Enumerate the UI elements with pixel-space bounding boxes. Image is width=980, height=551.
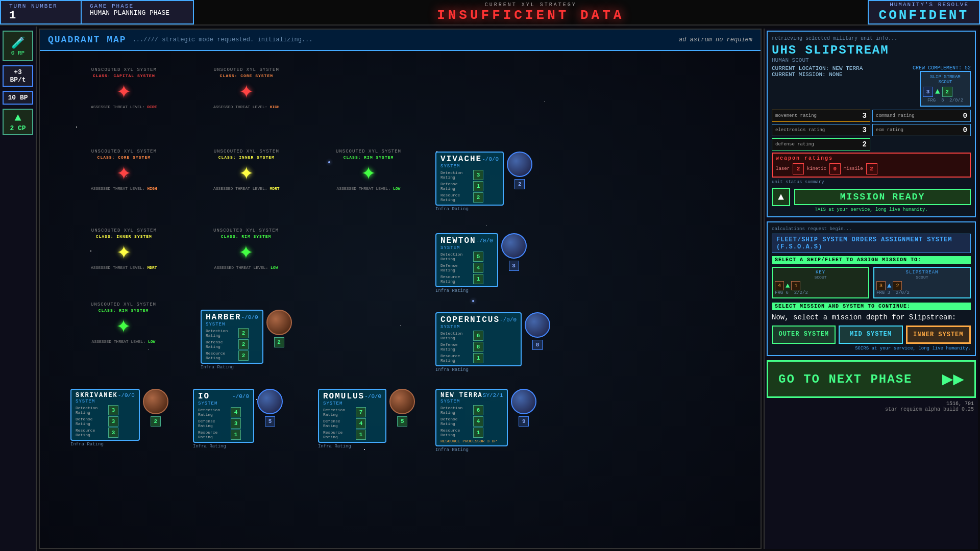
romulus-detection: 7 xyxy=(356,407,366,417)
system-node-4[interactable]: UNSCOUTED XYL SYSTEMCLASS: INNER SYSTEM … xyxy=(213,149,280,191)
newton-detection: 5 xyxy=(473,252,483,262)
location-key: CURRENT LOCATION: xyxy=(772,65,829,71)
skrivanek-name: SKRIVANEK xyxy=(76,392,118,399)
vivache-detection: 3 xyxy=(473,170,483,180)
triangle-icon: ▲ xyxy=(6,112,30,124)
sys-icon-1: ✦ xyxy=(116,79,131,104)
skrivanek-resource: 3 xyxy=(108,428,118,438)
newton-resource: 1 xyxy=(473,274,483,284)
key-frg: FRG 6 2/2/2 xyxy=(775,290,866,295)
next-phase-panel[interactable]: GO TO NEXT PHASE ▶▶ xyxy=(767,360,976,398)
select-ship-label: SELECT A SHIP/FLEET TO ASSIGN MISSION TO… xyxy=(772,256,971,264)
system-io[interactable]: IO -/0/0 SYSTEM Detection Rating 4 Defen… xyxy=(193,389,283,449)
system-romulus[interactable]: ROMULUS -/0/0 SYSTEM Detection Rating 7 … xyxy=(318,389,415,449)
system-node-1[interactable]: UNSCOUTED XYL SYSTEMCLASS: CAPITAL SYSTE… xyxy=(91,67,157,109)
newterra-name: NEW TERRA xyxy=(440,392,483,399)
harber-defense: 2 xyxy=(238,339,249,349)
system-skrivanek[interactable]: SKRIVANEK -/0/0 SYSTEM Detection Rating … xyxy=(70,389,168,447)
skrivanek-type: SYSTEM xyxy=(76,399,135,404)
vivache-name: VIVACHE xyxy=(440,155,482,164)
skrivanek-score: -/0/0 xyxy=(118,392,135,398)
command-label: command rating xyxy=(876,113,915,118)
mission-prompt: Now, select a mission depth for Slipstre… xyxy=(772,313,971,321)
newterra-box: NEW TERRA SY/2/1 SYSTEM Detection Rating… xyxy=(435,389,508,446)
map-subtitle: ...//// strategic mode requested. initia… xyxy=(133,36,313,43)
system-node-5[interactable]: UNSCOUTED XYL SYSTEMCLASS: RIM SYSTEM ✦ … xyxy=(336,149,401,191)
resolve-value: CONFIDENT xyxy=(879,8,969,23)
turn-value: 1 xyxy=(9,9,72,22)
ship-card-key[interactable]: KEY SCOUT 4 ▲ 1 FRG 6 2/2/2 xyxy=(772,267,869,298)
key-tri: ▲ xyxy=(786,282,790,290)
rp-panel[interactable]: 🧪 0 RP xyxy=(3,31,33,61)
newton-infra: 3 xyxy=(509,261,519,271)
harber-detection: 2 xyxy=(238,328,249,338)
io-detection: 4 xyxy=(231,407,241,417)
portrait-stats: 3 ▲ 2 xyxy=(923,87,968,97)
threat-1: ASSESSED THREAT LEVEL: DIRE xyxy=(91,105,157,109)
next-arrow-icon: ▶▶ xyxy=(942,368,964,390)
map-tagline: ad astrum no requiem xyxy=(679,36,752,43)
unit-location-row: CURRENT LOCATION: NEW TERRA CURRENT MISS… xyxy=(772,65,971,107)
cp-panel[interactable]: ▲ 2 CP xyxy=(3,109,33,135)
mid-system-btn[interactable]: MID SYSTEM xyxy=(839,325,902,344)
system-node-6[interactable]: UNSCOUTED XYL SYSTEMCLASS: INNER SYSTEM … xyxy=(91,228,157,270)
system-newton[interactable]: NEWTON -/0/0 SYSTEM Detection Rating 5 D… xyxy=(435,233,527,293)
key-icons: 4 ▲ 1 xyxy=(775,281,866,290)
io-infra: 5 xyxy=(265,416,275,427)
retrieving-label: retrieving selected military unit info..… xyxy=(772,36,971,41)
newterra-score: SY/2/1 xyxy=(483,392,503,398)
newton-name: NEWTON xyxy=(440,236,476,245)
phase-label: GAME PHASE xyxy=(90,3,185,9)
harber-box: HARBER -/0/0 SYSTEM Detection Rating 2 D… xyxy=(201,310,263,364)
sys-icon-2: ✦ xyxy=(239,79,254,104)
system-newterra[interactable]: NEW TERRA SY/2/1 SYSTEM Detection Rating… xyxy=(435,389,536,453)
inner-system-btn[interactable]: INNER SYSTEM xyxy=(906,325,971,344)
tais-note: TAIS at your service, long live humanity… xyxy=(772,207,971,212)
bp-rate: +3 BP/t xyxy=(6,68,30,84)
sys-icon-7: ✦ xyxy=(239,240,254,264)
newton-infra-label: Infra Rating xyxy=(435,288,498,293)
system-vivache[interactable]: VIVACHE -/0/0 SYSTEM Detection Rating 3 … xyxy=(435,152,532,212)
key-name: KEY xyxy=(775,270,866,275)
laser-label: laser xyxy=(776,166,790,171)
copernicus-box: COPERNICUS -/0/0 SYSTEM Detection Rating… xyxy=(435,312,522,366)
status-row: ▲ MISSION READY xyxy=(772,188,971,206)
location-val: NEW TERRA xyxy=(832,65,863,71)
threat-2: ASSESSED THREAT LEVEL: HIGH xyxy=(213,105,280,109)
strategy-value: INSUFFICIENT DATA xyxy=(437,8,624,23)
vivache-type: SYSTEM xyxy=(440,164,499,169)
system-harber[interactable]: HARBER -/0/0 SYSTEM Detection Rating 2 D… xyxy=(201,310,292,370)
sys-icon-4: ✦ xyxy=(239,161,254,185)
vivache-infra: 2 xyxy=(514,179,525,189)
skrivanek-infra-label: Infra Rating xyxy=(70,442,140,447)
copernicus-infra-label: Infra Rating xyxy=(435,367,522,372)
system-node-3[interactable]: UNSCOUTED XYL SYSTEMCLASS: CORE SYSTEM ✦… xyxy=(91,149,157,191)
outer-system-btn[interactable]: OUTER SYSTEM xyxy=(772,325,836,344)
command-val: 0 xyxy=(963,112,967,120)
left-sidebar: 🧪 0 RP +3 BP/t 10 BP ▲ 2 CP xyxy=(0,27,37,551)
harber-planet xyxy=(266,310,292,335)
harber-type: SYSTEM xyxy=(206,322,258,327)
romulus-defense: 4 xyxy=(356,418,366,429)
ship-card-slipstream[interactable]: SLIPSTREAM SCOUT 3 ▲ 2 FRG 3 2/0/2 xyxy=(873,267,971,298)
mission-depth-buttons: OUTER SYSTEM MID SYSTEM INNER SYSTEM xyxy=(772,325,971,344)
mission-ready-button[interactable]: MISSION READY xyxy=(794,189,971,205)
system-node-8[interactable]: UNSCOUTED XYL SYSTEMCLASS: RIM SYSTEM ✦ … xyxy=(91,302,156,344)
system-node-7[interactable]: UNSCOUTED XYL SYSTEMCLASS: RIM SYSTEM ✦ … xyxy=(213,228,279,270)
coords: 1516, 701 xyxy=(946,401,974,407)
sys-icon-5: ✦ xyxy=(361,161,376,185)
system-node-2[interactable]: UNSCOUTED XYL SYSTEMCLASS: CORE SYSTEM ✦… xyxy=(213,67,280,109)
resolve-label: HUMANITY'S RESOLVE xyxy=(890,2,969,8)
command-rating-item: command rating 0 xyxy=(872,110,971,122)
resource-processor-label: RESOURCE PROCESSOR 3 BP xyxy=(440,439,503,443)
system-copernicus[interactable]: COPERNICUS -/0/0 SYSTEM Detection Rating… xyxy=(435,312,550,372)
newton-score: -/0/0 xyxy=(476,238,493,244)
resolve-panel: HUMANITY'S RESOLVE CONFIDENT xyxy=(868,0,980,24)
ratings-grid: movement rating 3 command rating 0 elect… xyxy=(772,110,971,151)
flask-icon: 🧪 xyxy=(11,36,25,50)
newton-box: NEWTON -/0/0 SYSTEM Detection Rating 5 D… xyxy=(435,233,498,287)
copernicus-detection: 6 xyxy=(473,331,483,341)
newterra-resource: 1 xyxy=(473,428,483,438)
slipstream-icons: 3 ▲ 2 xyxy=(876,281,968,290)
romulus-score: -/0/0 xyxy=(364,393,381,399)
